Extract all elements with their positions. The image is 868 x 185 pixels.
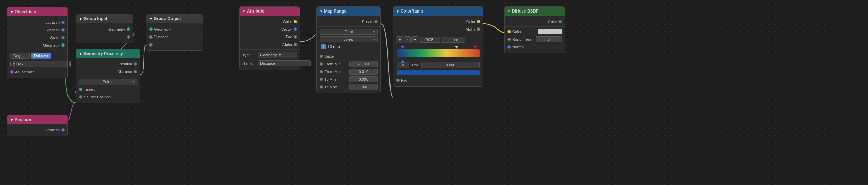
color-ramp-collapse-icon[interactable]: ▾	[397, 9, 399, 13]
group-output-geometry-socket[interactable]	[149, 27, 153, 31]
group-output-extra-diamond	[148, 42, 153, 47]
group-input-geometry-socket[interactable]	[127, 27, 130, 31]
attribute-alpha-label: Alpha	[242, 42, 292, 47]
node-diffuse-bsdf: ▾ Diffuse BSDF Color Color Roughness 0 N…	[504, 6, 565, 53]
color-ramp-gradient[interactable]	[397, 49, 480, 57]
position-collapse-icon[interactable]: ▾	[11, 118, 13, 122]
map-range-float-dropdown[interactable]: Float Vector	[320, 29, 378, 35]
color-ramp-color-mode[interactable]: RGB HSV	[419, 37, 440, 43]
color-ramp-color-swatch[interactable]	[397, 70, 480, 75]
map-range-from-min-value[interactable]: -0.010	[349, 61, 378, 67]
color-ramp-color-out-label: Color	[396, 19, 475, 24]
map-range-linear-wrapper[interactable]: Linear Stepped Smoothstep	[317, 35, 380, 43]
color-ramp-controls-row: + − ▾ RGB HSV Linear Ease B-Spline Cardi…	[393, 35, 483, 44]
map-range-to-min-value[interactable]: 0.000	[349, 76, 378, 82]
object-name-row: □ ×	[7, 60, 67, 68]
node-position-header[interactable]: ▾ Position	[7, 115, 67, 124]
object-name-input[interactable]	[16, 61, 68, 67]
ramp-handle-below	[397, 57, 480, 61]
attribute-color-socket[interactable]	[294, 20, 297, 23]
map-range-collapse-icon[interactable]: ▾	[320, 9, 322, 13]
geo-proximity-collapse-icon[interactable]: ▾	[80, 52, 81, 56]
pos-value-field[interactable]: 0.000	[421, 62, 480, 68]
map-range-from-min-socket[interactable]	[320, 62, 323, 66]
node-group-output-header[interactable]: ▾ Group Output	[146, 14, 203, 23]
geo-proximity-distance-socket[interactable]	[134, 70, 137, 73]
location-socket[interactable]	[61, 21, 65, 24]
geo-proximity-dropdown-wrapper[interactable]: Points Edges Faces	[76, 78, 140, 86]
map-range-from-max-row: From Max 0.010	[317, 68, 380, 75]
relative-button[interactable]: Relative	[31, 53, 51, 59]
diffuse-bsdf-color-in-socket[interactable]	[507, 30, 511, 33]
scale-socket[interactable]	[61, 36, 65, 39]
rotation-socket[interactable]	[61, 28, 65, 32]
color-ramp-add-btn[interactable]: +	[396, 36, 403, 43]
diffuse-bsdf-roughness-row: Roughness 0	[505, 35, 565, 43]
map-range-to-max-socket[interactable]	[320, 85, 323, 89]
pos-zero-field[interactable]: 0	[397, 62, 409, 68]
node-attribute-header[interactable]: ▾ Attribute	[240, 7, 300, 16]
button-group-row: Original Relative	[7, 51, 67, 60]
diffuse-bsdf-roughness-value[interactable]: 0	[536, 36, 562, 42]
as-instance-label: As Instance	[15, 70, 65, 74]
node-color-ramp-header[interactable]: ▾ ColorRamp	[393, 7, 483, 16]
pos-label: Pos	[412, 63, 419, 67]
attribute-fac-socket[interactable]	[294, 35, 297, 39]
attribute-name-row: Name:	[240, 59, 300, 67]
clear-object-button[interactable]: ×	[69, 61, 71, 67]
ramp-handle-right[interactable]	[474, 46, 477, 49]
map-range-value-socket[interactable]	[320, 55, 323, 58]
geo-proximity-dropdown[interactable]: Points Edges Faces	[79, 79, 137, 85]
diffuse-bsdf-roughness-socket[interactable]	[507, 38, 511, 41]
geo-proximity-target-socket[interactable]	[79, 88, 82, 91]
color-ramp-alpha-socket[interactable]	[477, 27, 480, 31]
color-ramp-interp-btn[interactable]: ▾	[411, 36, 418, 43]
map-range-linear-dropdown[interactable]: Linear Stepped Smoothstep	[320, 36, 378, 42]
node-object-info-header[interactable]: ▾ Object Info	[7, 7, 67, 16]
original-button[interactable]: Original	[10, 53, 30, 59]
color-ramp-fac-socket[interactable]	[396, 79, 400, 82]
node-group-input: ▾ Group Input Geometry	[76, 14, 133, 43]
node-group-input-header[interactable]: ▾ Group Input	[76, 14, 133, 23]
color-ramp-pos-row: 0 Pos 0.000	[393, 61, 483, 69]
node-geo-proximity-header[interactable]: ▾ Geometry Proximity	[76, 49, 140, 58]
node-map-range-title: Map Range	[324, 9, 346, 14]
color-ramp-color-socket[interactable]	[477, 20, 480, 23]
color-ramp-interp-mode[interactable]: Linear Ease B-Spline Cardinal Constant	[441, 37, 465, 43]
attribute-alpha-socket[interactable]	[294, 43, 297, 46]
attribute-type-row: Type: Geometry ▼	[240, 51, 300, 59]
diffuse-bsdf-normal-socket[interactable]	[507, 45, 511, 49]
geometry-output-socket[interactable]	[61, 43, 65, 47]
scale-label: Scale	[10, 35, 60, 40]
map-range-to-max-value[interactable]: 1.000	[349, 84, 378, 90]
group-input-collapse-icon[interactable]: ▾	[80, 17, 81, 21]
group-output-collapse-icon[interactable]: ▾	[150, 17, 152, 21]
diffuse-bsdf-color-swatch[interactable]	[538, 29, 562, 34]
diffuse-bsdf-color-out-socket[interactable]	[558, 20, 562, 23]
node-map-range-header[interactable]: ▾ Map Range	[317, 7, 380, 16]
map-range-to-min-socket[interactable]	[320, 78, 323, 81]
geo-proximity-source-socket[interactable]	[79, 95, 82, 99]
node-diffuse-bsdf-header[interactable]: ▾ Diffuse BSDF	[505, 7, 565, 16]
position-output-label: Position	[10, 128, 60, 132]
ramp-handle-left-bot[interactable]	[401, 57, 404, 63]
color-ramp-remove-btn[interactable]: −	[404, 36, 411, 43]
map-range-result-socket[interactable]	[374, 20, 378, 23]
map-range-from-max-socket[interactable]	[320, 70, 323, 73]
map-range-float-wrapper[interactable]: Float Vector	[317, 28, 380, 35]
attribute-name-input[interactable]	[258, 60, 311, 66]
object-info-geometry-row: Geometry	[7, 41, 67, 49]
ramp-handle-mid[interactable]	[455, 46, 458, 49]
ramp-handle-left[interactable]	[401, 46, 404, 49]
geo-proximity-position-socket[interactable]	[134, 62, 137, 66]
collapse-arrow-icon[interactable]: ▾	[11, 10, 13, 14]
attribute-collapse-icon[interactable]: ▾	[243, 9, 245, 13]
attribute-vector-socket[interactable]	[294, 27, 297, 31]
node-geo-proximity: ▾ Geometry Proximity Position Distance P…	[76, 49, 140, 103]
position-output-socket[interactable]	[61, 128, 65, 132]
diffuse-bsdf-collapse-icon[interactable]: ▾	[508, 9, 510, 13]
map-range-clamp-checkbox[interactable]	[321, 44, 326, 49]
map-range-from-min-row: From Min -0.010	[317, 60, 380, 68]
map-range-from-max-value[interactable]: 0.010	[349, 69, 378, 75]
attribute-type-value[interactable]: Geometry ▼	[258, 52, 297, 58]
